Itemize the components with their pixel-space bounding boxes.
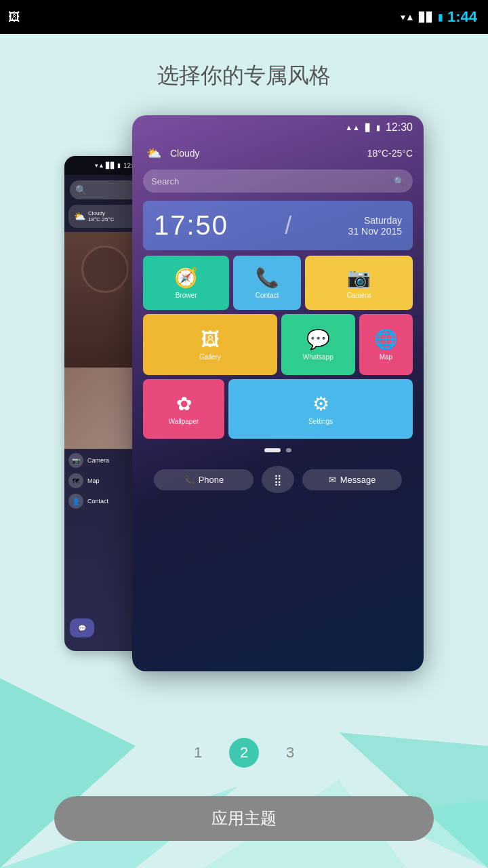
weather-temperature: 18°C-25°C [367, 148, 413, 159]
app-wallpaper[interactable]: ✿ Wallpaper [143, 379, 224, 439]
search-icon-main: 🔍 [394, 176, 405, 186]
message-dock-button[interactable]: ✉ Message [302, 469, 402, 490]
status-icons: ▾▲ ▊▊ ▮ 1:44 [401, 8, 477, 26]
gallery-icon: 🖼 [201, 328, 220, 351]
search-placeholder: Search [151, 176, 179, 186]
clock-date: 31 Nov 2015 [348, 226, 402, 237]
whatsapp-icon: 💬 [306, 328, 330, 351]
coffee-image [81, 245, 129, 293]
left-icon-camera: 📷 Camera [68, 453, 142, 468]
brower-icon: 🧭 [174, 267, 198, 289]
gallery-label: Gallery [199, 353, 221, 361]
settings-label: Settings [308, 418, 333, 425]
message-dock-label: Message [340, 475, 376, 485]
map-icon: 🌐 [374, 328, 398, 351]
phone-main-status: ▲▲ ▊ ▮ 12:30 [132, 115, 424, 140]
wifi-icon-main: ▲▲ [345, 123, 360, 132]
apps-grid-button[interactable]: ⣿ [262, 466, 294, 493]
app-row-3: ✿ Wallpaper ⚙ Settings [143, 379, 413, 439]
phone-main-weather: ⛅ Cloudy 18°C-25°C [132, 140, 424, 170]
apply-theme-label: 应用主题 [211, 808, 277, 829]
phone-search-bar[interactable]: Search 🔍 [143, 170, 413, 193]
left-icon-map: 🗺 Map [68, 473, 142, 488]
page-dots [132, 448, 424, 452]
dot-inactive [286, 448, 291, 452]
battery-icon-main: ▮ [376, 123, 380, 132]
whatsapp-label: Whatsapp [303, 353, 333, 361]
clock-day: Saturday [348, 215, 402, 226]
phone-left-chat: 💬 [70, 618, 94, 637]
signal-icon-main: ▊ [365, 123, 371, 132]
weather-description: Cloudy [170, 148, 200, 159]
wifi-icon: ▾▲ [401, 12, 415, 22]
wallpaper-label: Wallpaper [169, 418, 199, 425]
apply-theme-button[interactable]: 应用主题 [54, 796, 434, 841]
app-gallery[interactable]: 🖼 Gallery [143, 314, 277, 375]
cloudy-icon: ⛅ [143, 142, 165, 164]
phone-dock-button[interactable]: 📞 Phone [154, 469, 253, 490]
bottom-dock: 📞 Phone ⣿ ✉ Message [143, 459, 413, 500]
grid-icon: ⣿ [274, 473, 282, 486]
photo-icon: 🖼 [8, 10, 20, 24]
app-map[interactable]: 🌐 Map [359, 314, 413, 375]
settings-icon: ⚙ [312, 393, 329, 415]
phone-main-background: ▲▲ ▊ ▮ 12:30 ⛅ Cloudy 18°C-25°C Search 🔍 [132, 115, 424, 671]
page-2-button[interactable]: 2 [229, 738, 259, 768]
clock-time: 17:50 [154, 210, 228, 241]
app-grid: 🧭 Brower 📞 Contact 📷 Camera 🖼 [143, 256, 413, 439]
app-camera[interactable]: 📷 Camera [305, 256, 413, 310]
status-bar: 🖼 ▾▲ ▊▊ ▮ 1:44 [0, 0, 488, 34]
phone-dock-icon: 📞 [184, 475, 195, 485]
phones-container: ▾▲ ▊▊ ▮ 12:30 🔍 ⛅ Cloudy 18°C-25°C 📷 Cam… [0, 115, 488, 671]
phone-main-time: 12:30 [386, 121, 413, 134]
battery-icon: ▮ [438, 12, 443, 22]
app-row-2: 🖼 Gallery 💬 Whatsapp 🌐 Map [143, 314, 413, 375]
app-contact[interactable]: 📞 Contact [233, 256, 301, 310]
app-brower[interactable]: 🧭 Brower [143, 256, 229, 310]
map-label: Map [380, 353, 392, 361]
message-dock-icon: ✉ [329, 475, 336, 485]
pagination: 1 2 3 [0, 738, 488, 768]
dot-active [264, 448, 281, 452]
status-time: 1:44 [447, 8, 477, 26]
page-title: 选择你的专属风格 [0, 61, 488, 91]
camera-label: Camera [347, 292, 371, 299]
app-settings[interactable]: ⚙ Settings [228, 379, 413, 439]
contact-icon: 📞 [256, 267, 279, 289]
phone-left-search: 🔍 [70, 180, 140, 199]
phone-left-weather: ⛅ Cloudy 18°C-25°C [68, 205, 142, 228]
page-3-button[interactable]: 3 [275, 738, 305, 768]
left-icon-contact: 👤 Contact [68, 494, 142, 509]
phone-dock-label: Phone [199, 475, 224, 485]
app-whatsapp[interactable]: 💬 Whatsapp [281, 314, 355, 375]
camera-icon: 📷 [347, 267, 371, 289]
contact-label: Contact [256, 292, 279, 299]
search-icon-left: 🔍 [75, 184, 87, 195]
wallpaper-icon: ✿ [176, 393, 192, 415]
page-1-button[interactable]: 1 [183, 738, 213, 768]
phone-main: ▲▲ ▊ ▮ 12:30 ⛅ Cloudy 18°C-25°C Search 🔍 [132, 115, 424, 671]
app-row-1: 🧭 Brower 📞 Contact 📷 Camera [143, 256, 413, 310]
status-bar-left: 🖼 [8, 10, 20, 24]
clock-tile: 17:50 / Saturday 31 Nov 2015 [143, 201, 413, 250]
brower-label: Brower [176, 292, 197, 299]
signal-icon: ▊▊ [419, 12, 434, 22]
